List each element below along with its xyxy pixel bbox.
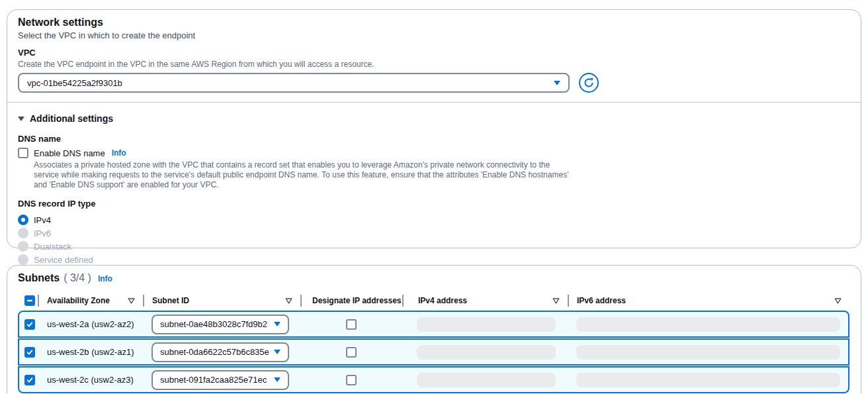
subnet-id-select[interactable]: subnet-0ae48b3028c7fd9b2 bbox=[152, 315, 289, 334]
dns-description: Associates a private hosted zone with th… bbox=[34, 160, 571, 190]
radio-row-ipv6: IPv6 bbox=[18, 226, 850, 240]
dualstack-radio-label: Dualstack bbox=[34, 242, 71, 252]
refresh-icon bbox=[584, 77, 594, 88]
row-checkbox[interactable] bbox=[24, 347, 35, 358]
vpc-select[interactable]: vpc-01be54225a2f9301b bbox=[18, 73, 570, 93]
chevron-down-icon bbox=[274, 322, 281, 326]
header-designate-ip: Designate IP addresses bbox=[300, 292, 402, 309]
enable-dns-row: Enable DNS name Info bbox=[18, 148, 850, 158]
dns-record-ip-type-group: IPv4 IPv6 Dualstack Service defined bbox=[18, 213, 850, 266]
subnet-id-value: subnet-091fa2caa825e71ec bbox=[160, 375, 267, 385]
vpc-select-value: vpc-01be54225a2f9301b bbox=[27, 78, 122, 88]
header-ipv4-address: IPv4 address bbox=[402, 292, 568, 309]
vpc-description: Create the VPC endpoint in the VPC in th… bbox=[18, 59, 850, 70]
ipv4-radio-label: IPv4 bbox=[34, 215, 51, 225]
dns-info-link[interactable]: Info bbox=[112, 148, 126, 158]
ipv6-address-placeholder bbox=[576, 317, 840, 332]
subnets-table-header: Availability Zone Subnet ID Designate IP… bbox=[18, 292, 849, 309]
service-defined-radio-label: Service defined bbox=[34, 255, 93, 265]
section-divider bbox=[7, 102, 861, 103]
ipv6-radio bbox=[18, 228, 28, 238]
header-availability-zone: Availability Zone bbox=[38, 292, 143, 309]
ipv6-address-placeholder bbox=[576, 345, 840, 360]
radio-row-ipv4: IPv4 bbox=[18, 213, 850, 226]
subnet-id-value: subnet-0ae48b3028c7fd9b2 bbox=[160, 319, 267, 329]
service-defined-radio bbox=[18, 254, 28, 265]
subnet-id-value: subnet-0da6622c57b6c835e bbox=[160, 347, 269, 357]
subnet-id-select[interactable]: subnet-0da6622c57b6c835e bbox=[152, 342, 289, 362]
dns-name-label: DNS name bbox=[18, 133, 850, 145]
table-row[interactable]: us-west-2c (usw2-az3) subnet-091fa2caa82… bbox=[18, 366, 849, 393]
radio-row-service-defined: Service defined bbox=[18, 253, 850, 266]
ipv4-address-placeholder bbox=[417, 345, 556, 360]
subnets-title-row: Subnets ( 3/4 ) Info bbox=[18, 271, 850, 285]
enable-dns-label: Enable DNS name bbox=[34, 148, 105, 158]
subnet-id-select[interactable]: subnet-091fa2caa825e71ec bbox=[152, 370, 289, 390]
availability-zone-value: us-west-2b (usw2-az1) bbox=[38, 340, 143, 364]
ipv6-address-placeholder bbox=[576, 373, 840, 387]
ipv4-address-placeholder bbox=[417, 317, 556, 332]
availability-zone-value: us-west-2a (usw2-az2) bbox=[38, 312, 143, 336]
designate-ip-checkbox[interactable] bbox=[346, 375, 357, 385]
select-all-checkbox[interactable] bbox=[24, 295, 35, 306]
collapse-triangle-icon bbox=[18, 117, 24, 121]
sort-icon-ipv6[interactable] bbox=[834, 298, 842, 304]
additional-settings-toggle[interactable]: Additional settings bbox=[18, 112, 850, 125]
dualstack-radio bbox=[18, 241, 28, 252]
table-row[interactable]: us-west-2b (usw2-az1) subnet-0da6622c57b… bbox=[18, 338, 849, 366]
header-subnet-id: Subnet ID bbox=[143, 292, 300, 309]
row-checkbox[interactable] bbox=[24, 375, 35, 385]
sort-icon-ipv4[interactable] bbox=[552, 298, 560, 304]
chevron-down-icon bbox=[554, 81, 560, 85]
row-checkbox[interactable] bbox=[24, 319, 35, 330]
ipv4-radio[interactable] bbox=[18, 215, 28, 225]
designate-ip-checkbox[interactable] bbox=[346, 347, 357, 358]
refresh-button[interactable] bbox=[579, 73, 599, 93]
designate-ip-checkbox[interactable] bbox=[346, 319, 357, 330]
chevron-down-icon bbox=[274, 377, 281, 382]
availability-zone-value: us-west-2c (usw2-az3) bbox=[38, 368, 143, 392]
dns-record-ip-type-label: DNS record IP type bbox=[18, 198, 850, 210]
vpc-select-row: vpc-01be54225a2f9301b bbox=[18, 73, 850, 93]
network-settings-subtitle: Select the VPC in which to create the en… bbox=[18, 30, 850, 42]
subnets-rows: us-west-2a (usw2-az2) subnet-0ae48b3028c… bbox=[18, 311, 849, 393]
subnets-counter: ( 3/4 ) bbox=[64, 272, 91, 284]
subnets-title: Subnets bbox=[18, 271, 60, 285]
vpc-label: VPC bbox=[18, 47, 850, 59]
header-checkbox-cell bbox=[18, 292, 38, 309]
sort-icon-subnet-id[interactable] bbox=[285, 298, 292, 304]
table-row[interactable]: us-west-2a (usw2-az2) subnet-0ae48b3028c… bbox=[18, 311, 849, 338]
ipv4-address-placeholder bbox=[417, 373, 556, 387]
chevron-down-icon bbox=[274, 350, 281, 354]
ipv6-radio-label: IPv6 bbox=[34, 228, 51, 238]
header-ipv6-address: IPv6 address bbox=[568, 292, 849, 309]
sort-icon-availability-zone[interactable] bbox=[128, 298, 135, 304]
radio-row-dualstack: Dualstack bbox=[18, 240, 850, 253]
additional-settings-title: Additional settings bbox=[30, 112, 113, 125]
subnets-card: Subnets ( 3/4 ) Info Availability Zone S… bbox=[7, 265, 861, 394]
subnets-info-link[interactable]: Info bbox=[98, 274, 112, 283]
enable-dns-checkbox[interactable] bbox=[18, 148, 28, 158]
network-settings-card: Network settings Select the VPC in which… bbox=[7, 9, 861, 248]
network-settings-title: Network settings bbox=[18, 15, 850, 30]
